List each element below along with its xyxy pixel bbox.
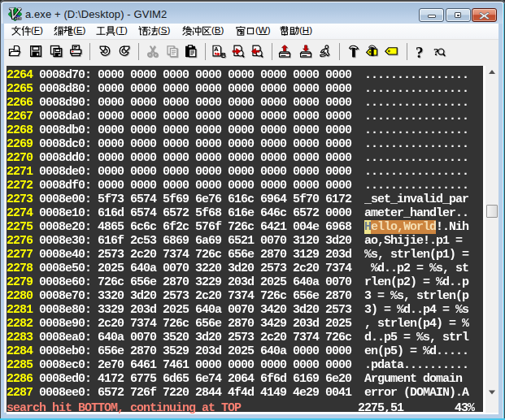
svg-text:B: B xyxy=(221,51,226,59)
svg-text:?: ? xyxy=(416,45,424,59)
svg-text:A: A xyxy=(214,45,219,53)
